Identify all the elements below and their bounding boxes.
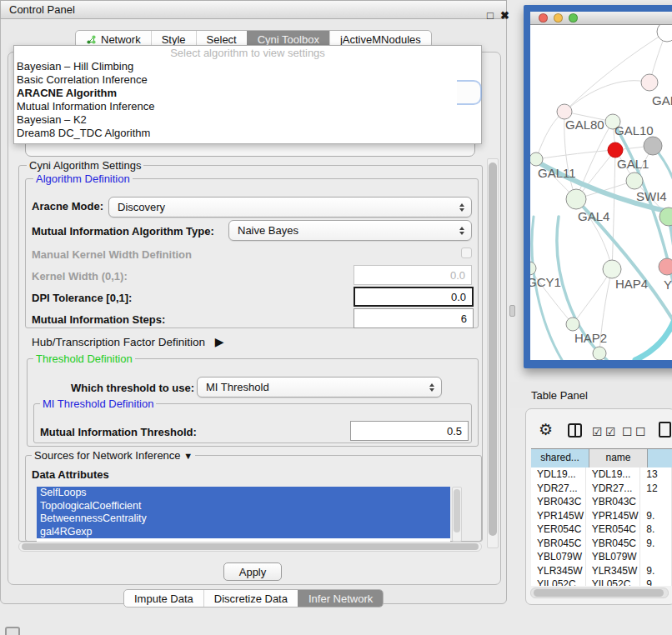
table-row[interactable]: YDR27...YDR27...12 <box>531 482 672 496</box>
table-row[interactable]: YBR045CYBR045C9. <box>531 537 672 551</box>
gear-icon[interactable]: ⚙ <box>539 422 553 438</box>
columns-icon[interactable] <box>568 423 582 438</box>
settings-vscrollbar-thumb[interactable] <box>489 162 497 536</box>
new-table-icon[interactable] <box>659 422 671 438</box>
node-label: Y <box>664 278 672 292</box>
table-row[interactable]: YBR043CYBR043C <box>531 495 672 509</box>
algorithm-option-bayesian-hill-climbing[interactable]: Bayesian – Hill Climbing <box>14 60 481 73</box>
network-node[interactable] <box>644 137 662 155</box>
unchecked-checkbox-icon[interactable]: ☐ <box>635 423 646 440</box>
table-hscrollbar-thumb[interactable] <box>534 589 664 597</box>
table-cell: YDL19... <box>586 468 641 482</box>
network-node[interactable] <box>626 172 643 189</box>
combo-spinner-icon <box>429 383 434 392</box>
network-node[interactable] <box>657 25 672 42</box>
table-row[interactable]: YPR145WYPR145W9. <box>531 509 672 523</box>
table-row[interactable]: YLR345WYLR345W9. <box>531 564 672 578</box>
algorithm-option-mutual-information-inference[interactable]: Mutual Information Inference <box>14 100 481 113</box>
table-cell: YER054C <box>586 522 641 537</box>
attribute-item[interactable]: TopologicalCoefficient <box>37 500 450 513</box>
table-cell: 13 <box>640 468 672 482</box>
expand-down-icon[interactable]: ▼ <box>183 451 193 461</box>
tab-label: Discretize Data <box>214 592 288 605</box>
close-panel-icon[interactable]: ✖ <box>500 8 509 23</box>
network-node[interactable] <box>530 262 536 275</box>
column-header-a[interactable]: A <box>648 449 672 468</box>
algorithm-dropdown-popup: Select algorithm to view settings Bayesi… <box>13 45 482 144</box>
kernel-width-field[interactable]: 0.0 <box>354 265 472 285</box>
mi-type-combo[interactable]: Naive Bayes <box>228 220 472 241</box>
settings-hscrollbar-thumb[interactable] <box>22 543 479 550</box>
attribute-item[interactable]: SelfLoops <box>37 487 450 500</box>
manual-kernel-checkbox[interactable] <box>461 248 472 258</box>
table-cell: YBL079W <box>531 550 586 564</box>
tab-discretize-data[interactable]: Discretize Data <box>203 590 298 607</box>
tab-label: Style <box>162 33 186 46</box>
mi-threshold-group-title: MI Threshold Definition <box>40 398 156 410</box>
column-header-name[interactable]: name <box>589 449 648 468</box>
which-threshold-combo[interactable]: MI Threshold <box>197 377 442 398</box>
tab-infer-network[interactable]: Infer Network <box>298 590 383 607</box>
table-row[interactable]: YER054CYER054C8. <box>531 522 672 537</box>
network-node[interactable] <box>608 142 623 158</box>
algorithm-option-aracne-algorithm[interactable]: ARACNE Algorithm <box>14 87 481 100</box>
checked-checkbox-icon[interactable]: ☑ <box>592 423 603 440</box>
attribute-item[interactable]: BetweennessCentrality <box>37 512 450 526</box>
threshold-definition-title: Threshold Definition <box>33 352 135 365</box>
hub-definition-label: Hub/Transcription Factor Definition <box>32 336 205 348</box>
column-header-shared[interactable]: shared... <box>531 449 589 468</box>
sources-group-title[interactable]: Sources for Network Inference ▼ <box>32 449 195 462</box>
algorithm-option-dream8-dc-tdc-algorithm[interactable]: Dream8 DC_TDC Algorithm <box>14 127 481 140</box>
network-window-titlebar[interactable] <box>530 12 672 25</box>
table-cell: YIL052C <box>531 578 586 586</box>
table-cell: 9. <box>640 509 672 523</box>
partial-minimized-icon[interactable] <box>5 627 20 635</box>
table-cell: 9. <box>640 537 672 551</box>
mi-steps-field[interactable]: 6 <box>354 308 474 328</box>
cyni-algorithm-settings-title: Cyni Algorithm Settings <box>27 159 143 172</box>
table-panel-titlebar[interactable]: Table Panel <box>510 382 672 408</box>
network-edge <box>564 81 649 112</box>
mi-threshold-field[interactable]: 0.5 <box>350 421 469 441</box>
float-panel-icon[interactable]: □ <box>487 8 494 23</box>
node-label: GAL4 <box>578 209 609 223</box>
table-cell: YER054C <box>531 522 586 537</box>
network-node[interactable] <box>566 318 579 331</box>
tab-label: jActiveMNodules <box>340 33 421 46</box>
table-cell: YBR045C <box>531 537 586 551</box>
network-node[interactable] <box>566 189 586 209</box>
network-node[interactable] <box>603 260 621 278</box>
split-pane-grip[interactable] <box>509 305 515 317</box>
algorithm-option-basic-correlation-inference[interactable]: Basic Correlation Inference <box>14 73 481 87</box>
attribute-item[interactable]: gal4RGexp <box>37 526 450 539</box>
network-node[interactable] <box>641 74 658 91</box>
attributes-scrollbar-thumb[interactable] <box>454 489 460 532</box>
minimize-traffic-light[interactable] <box>554 13 563 22</box>
dpi-tolerance-field[interactable]: 0.0 <box>354 287 474 307</box>
zoom-traffic-light[interactable] <box>569 13 578 22</box>
unchecked-checkbox-icon[interactable]: ☐ <box>622 423 633 440</box>
control-panel-titlebar[interactable]: Control Panel <box>0 0 507 19</box>
table-cell: YPR145W <box>586 509 641 523</box>
table-row[interactable]: YDL19...YDL19...13 <box>531 468 672 482</box>
table-row[interactable]: YBL079WYBL079W <box>531 550 672 564</box>
expand-right-icon[interactable]: ▶ <box>215 335 224 348</box>
table-cell: YLR345W <box>531 564 586 578</box>
aracne-mode-combo[interactable]: Discovery <box>108 197 472 218</box>
checked-checkbox-icon[interactable]: ☑ <box>605 423 616 440</box>
tab-label: Cyni Toolbox <box>258 33 319 46</box>
close-traffic-light[interactable] <box>539 13 548 22</box>
tab-impute-data[interactable]: Impute Data <box>124 590 203 607</box>
network-node[interactable] <box>530 152 543 166</box>
network-node[interactable] <box>593 347 606 360</box>
apply-button[interactable]: Apply <box>223 562 282 581</box>
algorithm-option-bayesian-k2[interactable]: Bayesian – K2 <box>14 113 481 127</box>
node-label: GAL10 <box>614 123 654 138</box>
network-canvas[interactable]: GALGAL80GAL10GAL1GAL11SWI4GAL4GCY1HAP4YH… <box>530 25 672 360</box>
table-cell: YBR045C <box>586 537 641 551</box>
table-cell: YBR043C <box>586 495 641 509</box>
table-row[interactable]: YIL052CYIL052C9. <box>531 578 672 586</box>
network-node[interactable] <box>659 258 672 275</box>
table-cell: 12 <box>640 482 672 496</box>
hub-definition-toggle[interactable]: Hub/Transcription Factor Definition ▶ <box>32 335 224 348</box>
